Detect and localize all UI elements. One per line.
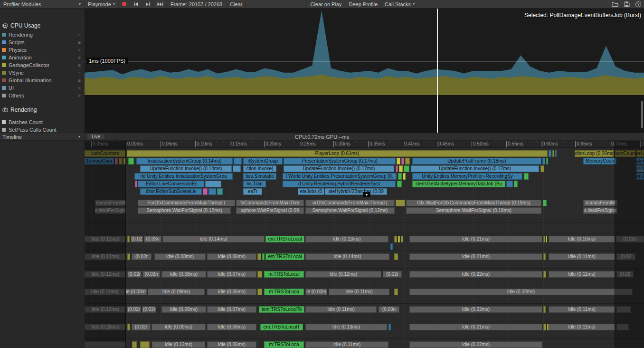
timeline-span[interactable]: Idle (0.12ms): [85, 236, 126, 242]
timeline-span[interactable]: [396, 200, 405, 206]
legend-physics[interactable]: Physics≡: [2, 46, 84, 54]
timeline-span[interactable]: (0.03n: [144, 236, 161, 242]
timeline-span[interactable]: Gfx.WaitForGfxCommandsFromMainThread (0.…: [406, 200, 541, 206]
timeline-span[interactable]: [405, 158, 410, 164]
timeline-span[interactable]: aphore.WaitForSignal (0.09: [236, 207, 304, 214]
thread-track-job[interactable]: [85, 223, 644, 233]
timeline-span[interactable]: Idle (0.08ms): [154, 253, 206, 260]
timeline-span[interactable]: [543, 236, 545, 242]
timeline-span[interactable]: le (0.03m:: [126, 289, 147, 295]
timeline-span[interactable]: [616, 306, 631, 313]
timeline-span[interactable]: [397, 158, 400, 164]
drag-handle-icon[interactable]: ≡: [78, 48, 81, 53]
timeline-span[interactable]: Idle (0.22ms): [409, 341, 542, 348]
thread-track-worker-2[interactable]: Idle (0.12ms)(0.02r(0.03nIdle (0.08ms)Id…: [85, 269, 644, 286]
next-frame-button[interactable]: [142, 0, 154, 8]
timeline-span[interactable]: tem:TRSToLocalTo: [259, 306, 304, 313]
save-profile-button[interactable]: [621, 0, 633, 8]
timeline-span[interactable]: erLoop (0.: [636, 150, 644, 157]
timeline-span[interactable]: eaTr: [243, 188, 262, 195]
timeline-span[interactable]: [205, 181, 221, 187]
timeline-span[interactable]: (0.02r: [127, 271, 142, 278]
thread-track-render-thread[interactable]: mandsFromMForGfxCommandsFromMainThread (…: [85, 197, 644, 222]
timeline-span[interactable]: [543, 271, 546, 278]
clear-on-play-toggle[interactable]: Clear on Play: [307, 0, 345, 8]
legend-global-illumination[interactable]: Global Illumination≡: [2, 77, 84, 84]
timeline-span[interactable]: [119, 158, 123, 164]
timeline-span[interactable]: Idle (0.11ms): [85, 289, 125, 295]
timeline-span[interactable]: mandsFromM: [583, 200, 617, 206]
timeline-span[interactable]: [132, 341, 137, 348]
timeline-span[interactable]: Semaphore.WaitForSignal (0.19ms): [406, 207, 541, 214]
timeline-span[interactable]: 1emoryCour: [85, 158, 114, 164]
timeline-span[interactable]: Idle (0.06ms): [207, 324, 256, 330]
view-mode-dropdown[interactable]: Timeline ▾: [0, 133, 85, 140]
timeline-span[interactable]: PresentationSystemGroup (0.17ms): [284, 158, 396, 164]
timeline-span[interactable]: Idle (0.09ms): [152, 324, 206, 330]
timeline-span[interactable]: UpdateFunction.Invoke() (0.17ms): [411, 165, 539, 172]
timeline-span[interactable]: le (0.03m: [305, 289, 327, 295]
timeline-span[interactable]: Idle (0.07ms): [207, 306, 256, 313]
timeline-span[interactable]: rld Unity.Entities.InitializationSystemG…: [134, 173, 233, 180]
timeline-span[interactable]: [397, 181, 402, 187]
timeline-span[interactable]: [234, 158, 242, 164]
prev-frame-button[interactable]: [130, 0, 142, 8]
timeline-span[interactable]: UpdateFunction.Invoke() (0.17ms): [284, 165, 394, 172]
call-stacks-dropdown[interactable]: Call Stacks ▾: [381, 0, 418, 8]
module-header-rendering[interactable]: Rendering: [2, 106, 37, 114]
timeline-span[interactable]: [394, 236, 397, 242]
timeline-span[interactable]: Idle (0.32ms): [409, 289, 633, 295]
timeline-span[interactable]: [540, 165, 544, 172]
legend-rendering[interactable]: Rendering≡: [2, 31, 84, 39]
record-button[interactable]: [119, 0, 130, 8]
time-ruler[interactable]: 0.05ms0.00ms0.05ms0.10ms0.15ms0.20ms0.25…: [0, 141, 644, 147]
timeline-span[interactable]: Idle (0.11ms): [305, 341, 388, 348]
timeline-span[interactable]: Idle (0.10ms): [549, 236, 615, 242]
timeline-span[interactable]: iSystemGroup: [243, 158, 283, 164]
timeline-span[interactable]: Idle (0.07ms): [207, 271, 256, 278]
selected-sample-marker[interactable]: ▼: [363, 192, 370, 197]
timeline-span[interactable]: Idle (0.12ms): [305, 271, 381, 278]
timeline-span[interactable]: Unity.Entities.MemoryProfiler+RecordingS…: [412, 173, 522, 180]
timeline-span[interactable]: [403, 173, 406, 180]
drag-handle-icon[interactable]: ≡: [78, 78, 81, 83]
timeline-span[interactable]: [514, 181, 518, 187]
help-button[interactable]: ?: [633, 0, 644, 8]
cpu-usage-chart[interactable]: 1ms (1000FPS) Selected: PollDamageEventB…: [85, 9, 644, 95]
timeline-span[interactable]: lushCounters: [85, 150, 126, 157]
legend-ui[interactable]: UI≡: [2, 84, 84, 92]
current-frame-indicator[interactable]: [437, 9, 438, 133]
drag-handle-icon[interactable]: ≡: [78, 93, 81, 98]
playmode-dropdown[interactable]: Playmode ▾: [85, 0, 119, 8]
timeline-span[interactable]: Idle (0.22ms): [409, 306, 542, 313]
timeline-span[interactable]: Idle (0.11ms): [549, 324, 615, 330]
timeline-span[interactable]: [388, 324, 391, 330]
timeline-span[interactable]: mandsFromM: [95, 200, 126, 206]
timeline-span[interactable]: [555, 150, 557, 157]
timeline-span[interactable]: (0.03n: [616, 236, 644, 242]
timeline-span[interactable]: (0.03n: [142, 271, 160, 278]
timeline-span[interactable]: [399, 165, 403, 172]
module-scrollbar[interactable]: [641, 101, 643, 128]
timeline-span[interactable]: Idle (0.13ms): [305, 324, 387, 330]
timeline-span[interactable]: [396, 165, 398, 172]
timeline-span[interactable]: Idle (0.11ms): [549, 271, 615, 278]
timeline-span[interactable]: Idle (0.21ms): [409, 324, 542, 330]
timeline-span[interactable]: em:TRSToLocalT: [260, 324, 303, 330]
timeline-span[interactable]: ction.Invoke(: [243, 165, 276, 172]
timeline-span[interactable]: [398, 173, 402, 180]
timeline-span[interactable]: [506, 181, 513, 187]
legend-animation[interactable]: Animation≡: [2, 54, 84, 61]
timeline-span[interactable]: Idle (0.12ms): [85, 306, 126, 313]
timeline-span[interactable]: [524, 173, 529, 180]
timeline-span[interactable]: s.WaitForSigna: [583, 207, 617, 214]
timeline-span[interactable]: Idle (0.06ms): [207, 253, 256, 260]
timeline-span[interactable]: Semaphore.WaitForSignal (0.12ms): [138, 207, 231, 214]
timeline-span[interactable]: Idle (0.28ms): [85, 324, 126, 330]
timeline-span[interactable]: (0.02: [616, 271, 634, 278]
deep-profile-toggle[interactable]: Deep Profile: [345, 0, 381, 8]
timeline-span[interactable]: [543, 253, 546, 260]
timeline-span[interactable]: lushCounters: [615, 150, 635, 157]
timeline-span[interactable]: Idle (0.11ms): [305, 306, 377, 313]
timeline-span[interactable]: l World Unity.Entities.PresentationSyste…: [283, 173, 397, 180]
